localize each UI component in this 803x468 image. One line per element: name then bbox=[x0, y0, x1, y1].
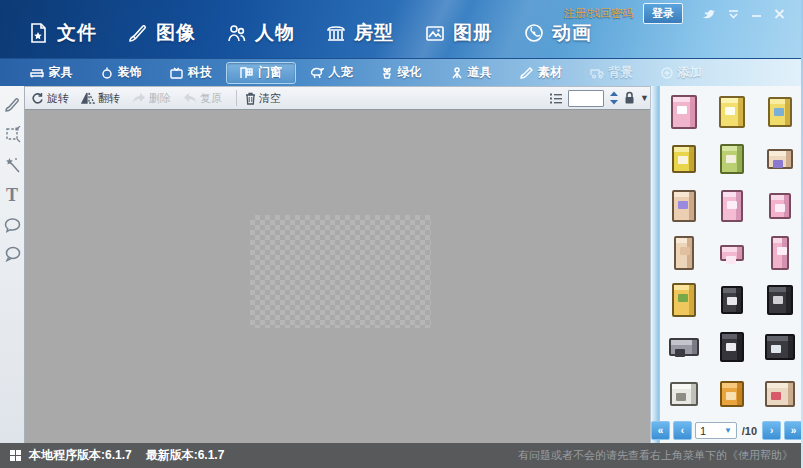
first-page-button[interactable]: « bbox=[651, 421, 670, 440]
magic-wand-tool-icon[interactable] bbox=[4, 156, 21, 173]
furniture-thumbnail bbox=[670, 382, 698, 406]
layer-list-icon[interactable] bbox=[549, 92, 563, 105]
stereo-bench-gray[interactable] bbox=[660, 323, 708, 370]
nightstand-pink[interactable] bbox=[756, 182, 803, 229]
furniture-thumbnail bbox=[672, 190, 696, 222]
furniture-thumbnail bbox=[765, 381, 795, 407]
menu-people[interactable]: 人物 bbox=[226, 20, 295, 46]
wardrobe-black[interactable] bbox=[708, 323, 756, 370]
text-tool-icon[interactable]: T bbox=[6, 186, 18, 204]
menu-label: 房型 bbox=[354, 20, 394, 46]
dresser-pink[interactable] bbox=[708, 182, 756, 229]
bookshelf-multicolor[interactable] bbox=[756, 370, 803, 417]
thought-bubble-tool-icon[interactable] bbox=[4, 246, 21, 262]
flip-button[interactable]: 翻转 bbox=[81, 91, 120, 106]
machine-yellow[interactable] bbox=[660, 135, 708, 182]
category-materials[interactable]: 素材 bbox=[506, 62, 576, 84]
building-icon bbox=[325, 22, 347, 44]
furniture-thumbnail bbox=[721, 286, 743, 314]
delete-button[interactable]: 删除 bbox=[132, 91, 171, 106]
category-tech[interactable]: 科技 bbox=[156, 62, 226, 84]
speech-bubble-tool-icon[interactable] bbox=[4, 217, 21, 233]
main-menu: 文件 图像 人物 房型 图册 bbox=[28, 20, 592, 46]
rotate-button[interactable]: 旋转 bbox=[31, 91, 69, 106]
category-doors-windows[interactable]: 门窗 bbox=[226, 62, 296, 84]
nightstand-black[interactable] bbox=[708, 276, 756, 323]
furniture-thumbnail bbox=[671, 95, 697, 129]
category-label: 科技 bbox=[188, 64, 212, 81]
item-library-panel: « ‹ 1 ▼ /10 › » bbox=[650, 86, 803, 443]
menu-image[interactable]: 图像 bbox=[127, 20, 196, 46]
furniture-thumbnail bbox=[674, 236, 694, 270]
prev-page-button[interactable]: ‹ bbox=[673, 421, 692, 440]
minimize-to-tray-icon[interactable] bbox=[728, 9, 739, 19]
category-background[interactable]: 背景 bbox=[576, 62, 646, 84]
shelf-tan[interactable] bbox=[660, 229, 708, 276]
layer-input[interactable] bbox=[568, 90, 604, 107]
furniture-thumbnail bbox=[720, 332, 744, 362]
next-page-button[interactable]: › bbox=[762, 421, 781, 440]
sofa-icon bbox=[30, 67, 44, 79]
transform-tool-icon[interactable] bbox=[4, 126, 21, 143]
cabinet-black-glass[interactable] bbox=[756, 323, 803, 370]
bird-icon[interactable] bbox=[701, 8, 716, 20]
shelf-black[interactable] bbox=[756, 276, 803, 323]
bookcase-purple[interactable] bbox=[660, 182, 708, 229]
furniture-thumbnail bbox=[720, 381, 744, 407]
furniture-thumbnail bbox=[771, 236, 789, 270]
fridge-yellow[interactable] bbox=[756, 88, 803, 135]
login-button[interactable]: 登录 bbox=[643, 3, 683, 24]
pagination: « ‹ 1 ▼ /10 › » bbox=[651, 421, 803, 440]
panel-scrollbar[interactable] bbox=[651, 86, 660, 443]
close-icon[interactable] bbox=[774, 9, 785, 19]
cabinet-orange[interactable] bbox=[708, 370, 756, 417]
cabinet-pink-tall[interactable] bbox=[756, 229, 803, 276]
cabinet-yellow[interactable] bbox=[708, 88, 756, 135]
minimize-icon[interactable] bbox=[751, 9, 762, 19]
restore-button[interactable]: 复原 bbox=[183, 91, 222, 106]
edit-button-label: 复原 bbox=[200, 91, 222, 106]
shelf-yellow-green[interactable] bbox=[660, 276, 708, 323]
paintbrush-tool-icon[interactable] bbox=[4, 96, 21, 113]
menu-label: 文件 bbox=[57, 20, 97, 46]
category-label: 添加 bbox=[678, 64, 702, 81]
category-props[interactable]: 道具 bbox=[436, 62, 506, 84]
menu-album[interactable]: 图册 bbox=[424, 20, 493, 46]
category-furniture[interactable]: 家具 bbox=[16, 62, 86, 84]
bench-pink[interactable] bbox=[708, 229, 756, 276]
menu-label: 图像 bbox=[156, 20, 196, 46]
door-icon bbox=[240, 67, 253, 79]
menu-file[interactable]: 文件 bbox=[28, 20, 97, 46]
menu-label: 人物 bbox=[255, 20, 295, 46]
category-people-pets[interactable]: 人宠 bbox=[296, 62, 366, 84]
page-select-caret: ▼ bbox=[724, 426, 732, 435]
wardrobe-pink[interactable] bbox=[660, 88, 708, 135]
furniture-grid bbox=[660, 88, 803, 417]
category-label: 装饰 bbox=[118, 64, 142, 81]
clear-button[interactable]: 清空 bbox=[245, 91, 281, 106]
status-bar: 本地程序版本:6.1.7 最新版本:6.1.7 有问题或者不会的请先查看右上角菜… bbox=[0, 443, 803, 468]
cabinet-white[interactable] bbox=[660, 370, 708, 417]
category-greenery[interactable]: 绿化 bbox=[366, 62, 436, 84]
category-decor[interactable]: 装饰 bbox=[86, 62, 156, 84]
bear-cabinet-green[interactable] bbox=[708, 135, 756, 182]
lock-icon[interactable] bbox=[624, 91, 635, 105]
category-add[interactable]: 添加 bbox=[646, 62, 716, 84]
category-label: 人宠 bbox=[329, 64, 353, 81]
back-arrow-icon bbox=[183, 92, 197, 104]
updown-icon[interactable] bbox=[609, 91, 619, 105]
lock-dropdown-caret[interactable]: ▼ bbox=[640, 93, 649, 103]
help-hint-text: 有问题或者不会的请先查看右上角菜单下的《使用帮助》 bbox=[518, 448, 793, 463]
background-icon bbox=[590, 67, 604, 79]
category-label: 门窗 bbox=[258, 64, 282, 81]
category-label: 家具 bbox=[49, 64, 73, 81]
chest-purple[interactable] bbox=[756, 135, 803, 182]
transparent-artboard[interactable] bbox=[250, 215, 431, 328]
page-select[interactable]: 1 ▼ bbox=[695, 422, 737, 439]
register-link[interactable]: 注册/找回密码 bbox=[564, 6, 633, 21]
category-bar: 家具 装饰 科技 门窗 人宠 绿化 道具 素材 背景 添加 bbox=[0, 58, 803, 86]
furniture-thumbnail bbox=[669, 338, 699, 356]
menu-roomtype[interactable]: 房型 bbox=[325, 20, 394, 46]
canvas-area[interactable] bbox=[25, 110, 650, 443]
animation-icon bbox=[523, 22, 545, 44]
